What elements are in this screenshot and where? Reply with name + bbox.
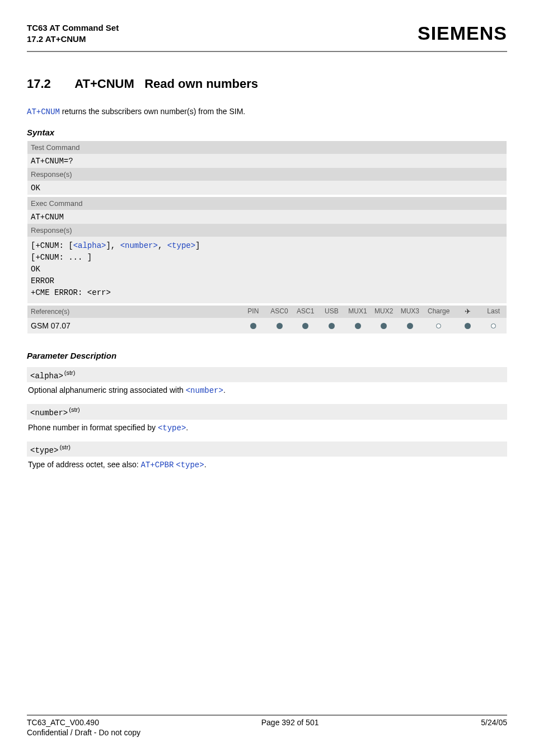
- section-title-text: Read own numbers: [144, 77, 258, 91]
- brand-logo: SIEMENS: [418, 22, 507, 44]
- dot-filled-icon: [381, 323, 387, 329]
- col-airplane: ✈: [455, 307, 481, 316]
- param-alpha-link[interactable]: <number>: [186, 386, 223, 395]
- doc-title-line2: 17.2 AT+CNUM: [27, 34, 119, 45]
- response-label-2: Response(s): [27, 224, 507, 237]
- syntax-heading: Syntax: [27, 128, 507, 137]
- reference-header-row: Reference(s) PIN ASC0 ASC1 USB MUX1 MUX2…: [27, 306, 507, 318]
- footer-rule: [27, 715, 507, 716]
- resp-alpha-link[interactable]: <alpha>: [73, 241, 106, 250]
- footer-sub: Confidential / Draft - Do not copy: [27, 728, 507, 737]
- param-alpha-text: Optional alphanumeric string associated …: [27, 382, 507, 397]
- doc-title-line1: TC63 AT Command Set: [27, 22, 119, 34]
- dot-last: [480, 321, 507, 330]
- dot-filled-icon: [465, 323, 471, 329]
- param-alpha-name: <alpha>: [30, 371, 63, 380]
- param-type-sup: (str): [58, 444, 71, 450]
- airplane-icon: ✈: [465, 307, 471, 316]
- dot-empty-icon: [436, 323, 441, 328]
- response-label-1: Response(s): [27, 168, 507, 181]
- ok-text-1: OK: [31, 184, 40, 192]
- dot-filled-icon: [250, 323, 256, 329]
- test-command-text: AT+CNUM=?: [31, 157, 73, 166]
- test-command-row: AT+CNUM=?: [27, 154, 507, 168]
- param-alpha-text-before: Optional alphanumeric string associated …: [28, 386, 186, 395]
- col-mux2: MUX2: [371, 307, 397, 316]
- dot-filled-icon: [355, 323, 361, 329]
- col-mux3: MUX3: [397, 307, 423, 316]
- resp-l1-bopen: [: [68, 241, 73, 250]
- dot-mux3: [397, 321, 423, 330]
- resp-l1-c2: ,: [158, 241, 167, 250]
- dot-pin: [240, 321, 266, 330]
- resp-l1-bclose: ]: [106, 241, 110, 250]
- param-alpha-text-after: .: [223, 386, 226, 395]
- gsm-dots: [240, 319, 507, 332]
- param-type-text-before: Type of address octet, see also:: [28, 460, 141, 469]
- dot-mux1: [345, 321, 371, 330]
- section-heading: 17.2 AT+CNUM Read own numbers: [27, 77, 507, 91]
- col-charge: Charge: [423, 307, 455, 316]
- resp-line-1: [+CNUM: [<alpha>], <number>, <type>]: [31, 240, 503, 252]
- resp-type-link[interactable]: <type>: [167, 241, 195, 250]
- dot-filled-icon: [407, 323, 413, 329]
- param-number-text: Phone number in format specified by <typ…: [27, 420, 507, 435]
- param-type-name: <type>: [30, 445, 58, 454]
- dot-usb: [318, 321, 345, 330]
- intro-cmd-link[interactable]: AT+CNUM: [27, 107, 60, 116]
- dot-mux2: [371, 321, 397, 330]
- resp-number-link[interactable]: <number>: [120, 241, 158, 250]
- reference-columns: PIN ASC0 ASC1 USB MUX1 MUX2 MUX3 Charge …: [240, 306, 507, 317]
- param-number-text-after: .: [186, 423, 188, 432]
- intro-paragraph: AT+CNUM returns the subscribers own numb…: [27, 107, 507, 116]
- parameter-description-section: Parameter Description <alpha>(str) Optio…: [27, 351, 507, 472]
- exec-command-text: AT+CNUM: [31, 213, 64, 222]
- col-last: Last: [480, 307, 507, 316]
- reference-label: Reference(s): [27, 306, 240, 318]
- resp-line-4: ERROR: [31, 275, 503, 287]
- param-alpha-sup: (str): [63, 369, 76, 376]
- footer-center: Page 392 of 501: [99, 718, 481, 727]
- col-mux1: MUX1: [345, 307, 371, 316]
- section-command: AT+CNUM: [74, 77, 134, 91]
- test-command-label: Test Command: [27, 141, 507, 154]
- param-number-link[interactable]: <type>: [158, 424, 186, 433]
- col-usb: USB: [318, 307, 345, 316]
- dot-filled-icon: [277, 323, 283, 329]
- param-number-sup: (str): [68, 406, 80, 413]
- dot-asc0: [266, 321, 293, 330]
- col-asc0: ASC0: [266, 307, 293, 316]
- resp-line-3: OK: [31, 264, 503, 275]
- resp-l5-b: <err>: [87, 288, 111, 297]
- header-rule: [27, 51, 507, 52]
- intro-text: returns the subscribers own number(s) fr…: [60, 107, 245, 116]
- footer-left: TC63_ATC_V00.490: [27, 718, 99, 727]
- param-alpha-header: <alpha>(str): [27, 367, 507, 383]
- param-type-link1[interactable]: AT+CPBR: [141, 461, 174, 469]
- param-number-text-before: Phone number in format specified by: [28, 423, 158, 432]
- footer-row: TC63_ATC_V00.490 Page 392 of 501 5/24/05: [27, 718, 507, 727]
- resp-l5-a: +CME ERROR:: [31, 288, 87, 297]
- resp-line-5: +CME ERROR: <err>: [31, 287, 503, 299]
- param-type-header: <type>(str): [27, 442, 507, 457]
- param-type-text-after: .: [204, 460, 207, 469]
- param-number-header: <number>(str): [27, 404, 507, 420]
- syntax-block: Test Command AT+CNUM=? Response(s) OK Ex…: [27, 140, 507, 334]
- resp-l1-tag: +CNUM:: [35, 241, 68, 250]
- exec-response-body: [+CNUM: [<alpha>], <number>, <type>] [+C…: [27, 237, 507, 303]
- reference-value-row: GSM 07.07: [27, 318, 507, 334]
- param-type-text: Type of address octet, see also: AT+CPBR…: [27, 457, 507, 472]
- param-number-name: <number>: [30, 408, 68, 417]
- resp-l1-close: ]: [195, 241, 200, 250]
- page-footer: TC63_ATC_V00.490 Page 392 of 501 5/24/05…: [27, 715, 507, 737]
- header-title: TC63 AT Command Set 17.2 AT+CNUM: [27, 22, 119, 45]
- dot-filled-icon: [329, 323, 335, 329]
- param-desc-heading: Parameter Description: [27, 351, 507, 360]
- param-type-link2[interactable]: <type>: [176, 461, 204, 469]
- section-number: 17.2: [27, 77, 72, 91]
- exec-command-label: Exec Command: [27, 197, 507, 210]
- page-header: TC63 AT Command Set 17.2 AT+CNUM SIEMENS: [27, 22, 507, 45]
- resp-l1-c1: ,: [111, 241, 120, 250]
- gsm-label: GSM 07.07: [27, 318, 240, 334]
- dot-asc1: [292, 321, 318, 330]
